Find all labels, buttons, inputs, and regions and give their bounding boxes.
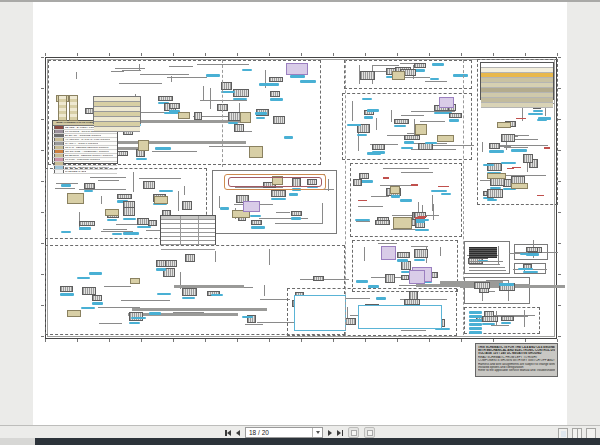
- page-number-box[interactable]: [245, 427, 323, 438]
- wire: [440, 247, 441, 256]
- wire: [491, 325, 509, 326]
- connector-symbol: [158, 96, 173, 101]
- connector-symbol: [185, 254, 196, 262]
- wire-label: [255, 112, 266, 115]
- component-block: [130, 278, 140, 284]
- component-block: [487, 173, 506, 179]
- wire-label: [112, 233, 121, 236]
- connector-symbol: [291, 211, 302, 216]
- wire-label: [242, 316, 253, 319]
- bus-bar: [132, 308, 268, 311]
- bus-bar: [97, 141, 246, 144]
- tick-mark: [558, 274, 561, 275]
- taskbar-left-segment: [0, 438, 35, 445]
- component-block: [415, 124, 427, 135]
- connector-symbol: [143, 181, 155, 189]
- wire: [139, 178, 181, 179]
- tick-mark: [493, 53, 494, 56]
- wire: [527, 163, 528, 172]
- wire: [139, 64, 140, 71]
- ecm-connector-block: [480, 62, 554, 100]
- wire: [524, 310, 525, 327]
- connector-symbol: [273, 116, 285, 124]
- wire-label: [501, 322, 511, 325]
- wire: [178, 191, 179, 211]
- wire-label: [251, 226, 265, 229]
- wire-label: [270, 98, 283, 101]
- wire-label: [159, 190, 173, 193]
- previous-view-icon[interactable]: [348, 427, 359, 438]
- red-wire-loop: [228, 177, 322, 187]
- schematic-section-right-notes: [464, 241, 510, 274]
- title-block-notes: THIS SCHEMATIC IS FOR THE C4.4 AND C6.6 …: [475, 343, 558, 377]
- wire: [376, 118, 377, 130]
- wire-label: [182, 297, 195, 300]
- connector-symbol: [526, 247, 538, 252]
- wire-label: [290, 75, 306, 78]
- tick-mark: [41, 88, 44, 89]
- wire-label: [523, 271, 538, 274]
- wire: [391, 110, 392, 122]
- legend-rows: RD RED - BATTERY POWER CIRCUITPU PURPLE …: [53, 126, 117, 174]
- tick-mark: [301, 339, 302, 342]
- wire-label: [415, 229, 428, 232]
- wire-label: [123, 218, 135, 221]
- ecm-stripe: [481, 103, 553, 108]
- tick-mark: [109, 53, 110, 56]
- next-page-button[interactable]: [328, 428, 332, 437]
- wire: [373, 65, 399, 66]
- connector-pin-block: [58, 95, 67, 121]
- wire: [98, 180, 119, 181]
- wire-label: [233, 98, 247, 101]
- first-page-button[interactable]: [225, 428, 231, 437]
- wire: [215, 251, 216, 262]
- wire: [184, 186, 185, 195]
- connector-symbol: [182, 201, 193, 210]
- previous-page-button[interactable]: [236, 428, 240, 437]
- next-view-icon[interactable]: [364, 427, 375, 438]
- relay-block: [381, 246, 397, 261]
- connector-symbol: [182, 288, 197, 296]
- tick-mark: [525, 339, 526, 342]
- legend-row-label: OR ORANGE - ACCESSORY CIRCUIT: [65, 150, 109, 153]
- wire: [427, 145, 474, 146]
- component-block: [393, 217, 411, 229]
- connector-symbol: [414, 249, 429, 258]
- schematic-section-right-bottom: [464, 307, 540, 334]
- wire: [101, 196, 102, 203]
- wire-label: [404, 141, 414, 144]
- page-dropdown-caret[interactable]: [312, 428, 322, 437]
- wire: [264, 285, 265, 296]
- tick-mark: [558, 119, 561, 120]
- wire-label: [155, 147, 171, 150]
- wire-label: [511, 149, 527, 152]
- red-wire-accent: [411, 184, 418, 186]
- page-number-input[interactable]: [246, 429, 312, 436]
- wire-label: [300, 80, 315, 83]
- wire: [403, 77, 430, 78]
- bus-bar: [128, 313, 238, 316]
- tick-mark: [41, 274, 44, 275]
- connector-symbol: [474, 282, 490, 290]
- tick-mark: [41, 119, 44, 120]
- tick-mark: [558, 57, 561, 58]
- connector-symbol: [117, 194, 133, 199]
- last-page-button[interactable]: [337, 428, 343, 437]
- wire-label: [487, 199, 497, 202]
- connector-symbol: [194, 112, 203, 120]
- wire: [401, 115, 424, 116]
- tick-mark: [429, 339, 430, 342]
- viewer-right-margin: [566, 2, 600, 425]
- table-column-line: [198, 216, 199, 244]
- wire-label: [356, 280, 368, 283]
- connector-symbol: [487, 189, 503, 198]
- legend-row-label: PK PINK - CONTROL CIRCUIT: [65, 158, 100, 161]
- wire-label: [499, 283, 514, 286]
- component-block: [249, 146, 263, 157]
- schematic-section-mid-center: [342, 93, 472, 160]
- tick-mark: [41, 57, 44, 58]
- connector-symbol: [233, 89, 249, 96]
- tick-mark: [45, 53, 46, 56]
- wire-label: [533, 110, 543, 113]
- tick-mark: [77, 53, 78, 56]
